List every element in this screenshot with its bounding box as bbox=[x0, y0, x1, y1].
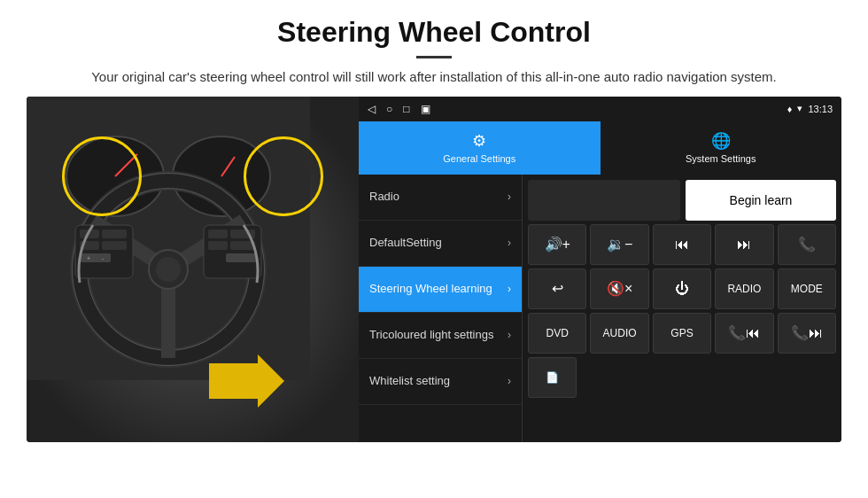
gps-button[interactable]: GPS bbox=[653, 313, 711, 354]
menu-item-default[interactable]: DefaultSetting › bbox=[359, 221, 522, 267]
phone-next-button[interactable]: 📞⏭ bbox=[778, 313, 836, 354]
mute-button[interactable]: 🔇× bbox=[590, 268, 648, 309]
mode-button[interactable]: MODE bbox=[778, 268, 836, 309]
control-row-3: DVD AUDIO GPS 📞⏮ 📞⏭ bbox=[528, 313, 836, 354]
svg-text:+: + bbox=[87, 255, 90, 261]
menu-item-steering[interactable]: Steering Wheel learning › bbox=[359, 267, 522, 313]
phone-next-icon: 📞⏭ bbox=[791, 324, 823, 341]
highlight-circle-right bbox=[244, 136, 323, 216]
phone-answer-button[interactable]: 📞 bbox=[778, 224, 836, 265]
begin-learn-button[interactable]: Begin learn bbox=[686, 180, 836, 221]
audio-label: AUDIO bbox=[603, 327, 637, 339]
begin-learn-empty bbox=[528, 180, 680, 221]
page-subtitle: Your original car's steering wheel contr… bbox=[35, 67, 833, 88]
tab-system-label: System Settings bbox=[686, 153, 756, 164]
svg-point-12 bbox=[156, 257, 181, 282]
signal-icon: ▾ bbox=[797, 103, 802, 114]
chevron-right-icon: › bbox=[508, 283, 511, 295]
control-panel: Begin learn 🔊+ 🔉− ⏮ ⏭ bbox=[523, 175, 841, 442]
svg-rect-18 bbox=[80, 253, 111, 262]
location-icon: ♦ bbox=[787, 104, 793, 114]
doc-icon: 📄 bbox=[546, 371, 559, 384]
main-content: Radio › DefaultSetting › Steering Wheel … bbox=[359, 175, 841, 442]
begin-learn-row: Begin learn bbox=[528, 180, 836, 221]
menu-item-whitelist[interactable]: Whitelist setting › bbox=[359, 359, 522, 405]
recents-icon[interactable]: □ bbox=[403, 103, 409, 115]
prev-track-button[interactable]: ⏮ bbox=[653, 224, 711, 265]
tab-general[interactable]: ⚙ General Settings bbox=[359, 121, 601, 175]
tab-system[interactable]: 🌐 System Settings bbox=[601, 121, 842, 175]
chevron-right-icon: › bbox=[508, 191, 511, 203]
volume-down-button[interactable]: 🔉− bbox=[590, 224, 648, 265]
menu-item-whitelist-label: Whitelist setting bbox=[369, 374, 508, 389]
hang-up-icon: ↩ bbox=[552, 280, 563, 297]
status-bar: ◁ ○ □ ▣ ♦ ▾ 13:13 bbox=[359, 97, 841, 121]
control-row-2: ↩ 🔇× ⏻ RADIO MODE bbox=[528, 268, 836, 309]
doc-button[interactable]: 📄 bbox=[528, 357, 577, 398]
next-track-icon: ⏭ bbox=[737, 237, 751, 253]
menu-item-radio[interactable]: Radio › bbox=[359, 175, 522, 221]
power-icon: ⏻ bbox=[675, 281, 689, 297]
chevron-right-icon: › bbox=[508, 329, 511, 341]
title-divider bbox=[416, 56, 452, 58]
highlight-circle-left bbox=[62, 136, 142, 216]
page-title: Steering Wheel Control bbox=[35, 16, 833, 49]
svg-rect-16 bbox=[102, 230, 127, 238]
status-time: 13:13 bbox=[808, 104, 833, 114]
svg-rect-22 bbox=[208, 230, 228, 238]
chevron-right-icon: › bbox=[508, 237, 511, 249]
back-icon[interactable]: ◁ bbox=[368, 103, 376, 115]
volume-up-button[interactable]: 🔊+ bbox=[528, 224, 586, 265]
radio-button[interactable]: RADIO bbox=[715, 268, 773, 309]
content-area: + - bbox=[27, 97, 841, 442]
phone-answer-icon: 📞 bbox=[798, 236, 816, 253]
menu-item-tricoloured[interactable]: Tricoloured light settings › bbox=[359, 313, 522, 359]
svg-rect-17 bbox=[102, 241, 127, 250]
phone-prev-button[interactable]: 📞⏮ bbox=[715, 313, 773, 354]
tab-bar: ⚙ General Settings 🌐 System Settings bbox=[359, 121, 841, 175]
menu-item-default-label: DefaultSetting bbox=[369, 236, 508, 251]
car-image-panel: + - bbox=[27, 97, 359, 442]
hang-up-button[interactable]: ↩ bbox=[528, 268, 586, 309]
phone-prev-icon: 📞⏮ bbox=[728, 324, 760, 341]
volume-down-icon: 🔉− bbox=[607, 236, 632, 253]
radio-label: RADIO bbox=[727, 283, 761, 295]
mute-icon: 🔇× bbox=[607, 280, 632, 297]
volume-up-icon: 🔊+ bbox=[545, 236, 570, 253]
menu-item-radio-label: Radio bbox=[369, 190, 508, 205]
page-header: Steering Wheel Control Your original car… bbox=[0, 0, 868, 97]
mode-label: MODE bbox=[791, 283, 823, 295]
menu-item-steering-label: Steering Wheel learning bbox=[369, 282, 508, 297]
system-settings-icon: 🌐 bbox=[711, 131, 731, 151]
control-row-1: 🔊+ 🔉− ⏮ ⏭ 📞 bbox=[528, 224, 836, 265]
audio-button[interactable]: AUDIO bbox=[590, 313, 648, 354]
status-bar-left: ◁ ○ □ ▣ bbox=[368, 103, 430, 115]
status-bar-right: ♦ ▾ 13:13 bbox=[787, 103, 833, 114]
power-button[interactable]: ⏻ bbox=[653, 268, 711, 309]
dvd-label: DVD bbox=[546, 327, 569, 339]
android-panel: ◁ ○ □ ▣ ♦ ▾ 13:13 ⚙ General Settings 🌐 S… bbox=[359, 97, 841, 442]
menu-item-tricoloured-label: Tricoloured light settings bbox=[369, 328, 508, 343]
general-settings-icon: ⚙ bbox=[472, 131, 486, 151]
prev-track-icon: ⏮ bbox=[675, 237, 689, 253]
arrow-container bbox=[209, 350, 289, 416]
svg-rect-23 bbox=[208, 241, 228, 250]
gps-label: GPS bbox=[670, 327, 693, 339]
tab-general-label: General Settings bbox=[443, 153, 515, 164]
menu-list: Radio › DefaultSetting › Steering Wheel … bbox=[359, 175, 523, 442]
next-track-button[interactable]: ⏭ bbox=[715, 224, 773, 265]
svg-rect-26 bbox=[226, 253, 257, 262]
screenshot-icon[interactable]: ▣ bbox=[421, 103, 430, 115]
home-icon[interactable]: ○ bbox=[386, 103, 392, 115]
chevron-right-icon: › bbox=[508, 375, 511, 387]
control-row-4: 📄 bbox=[528, 357, 836, 398]
begin-learn-label: Begin learn bbox=[730, 193, 793, 207]
dvd-button[interactable]: DVD bbox=[528, 313, 586, 354]
